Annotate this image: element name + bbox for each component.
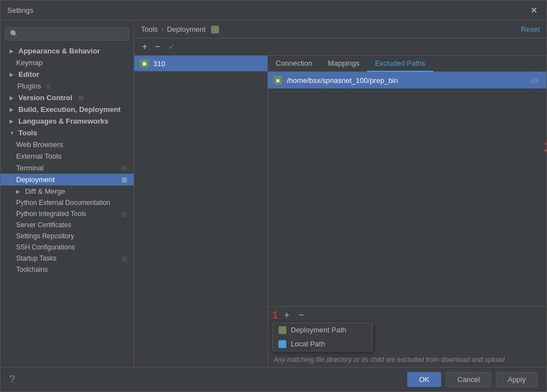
sidebar-item-label: Settings Repository [16,232,74,240]
sidebar-item-label: Appearance & Behavior [18,47,100,55]
remove-path-button[interactable]: − [295,309,308,321]
sidebar-item-keymap[interactable]: Keymap [1,57,134,68]
help-button[interactable]: ? [9,374,15,385]
sidebar-item-deployment[interactable]: Deployment ▦ [1,174,134,185]
arrow-icon: ▶ [9,119,15,124]
tab-connection[interactable]: Connection [268,56,320,72]
sidebar-item-build[interactable]: ▶ Build, Execution, Deployment [1,104,134,115]
sidebar-item-settings-repo[interactable]: Settings Repository [1,231,134,242]
sidebar-item-web-browsers[interactable]: Web Browsers [1,139,134,150]
sidebar-item-label: Server Certificates [16,221,71,229]
breadcrumb: Tools › Deployment [141,25,219,33]
deployment-path-icon [279,326,286,334]
sidebar-item-label: Editor [18,70,40,79]
sidebar-item-label: Languages & Frameworks [18,117,109,125]
gear-icon [211,26,219,33]
sidebar-item-label: Python Integrated Tools [16,210,86,218]
arrow-icon: ▶ [9,95,15,101]
arrow-icon: ▶ [16,189,22,194]
server-list: ▣ 310 [134,56,268,367]
grid-icon4: ▦ [121,176,127,183]
arrow-down-icon: ▼ [9,130,15,136]
paths-area: ▣ /home/bsx/spnasnet_100/prep_bin 🗁 3 [268,72,546,306]
sidebar-item-label: Tools [18,129,37,137]
local-path-icon [279,340,286,348]
search-input[interactable] [5,27,129,41]
sidebar-item-label: Keymap [16,58,43,67]
dialog-body: ▶ Appearance & Behavior Keymap ▶ Editor … [1,21,546,367]
cancel-button[interactable]: Cancel [446,372,491,387]
sidebar-item-label: Python External Documentation [16,199,110,207]
sidebar-item-label: Version Control [18,94,72,102]
sidebar-item-terminal[interactable]: Terminal ▦ [1,162,134,174]
tabs: Connection Mappings Excluded Paths [268,56,546,72]
add-server-button[interactable]: + [139,41,150,53]
sidebar-item-startup-tasks[interactable]: Startup Tasks ▦ [1,253,134,264]
path-icon: ▣ [274,76,282,85]
sidebar-item-plugins[interactable]: Plugins ▦ [1,80,134,92]
tab-mappings[interactable]: Mappings [320,56,367,72]
sidebar-item-label: Toolchains [16,266,48,273]
sidebar-item-label: Build, Execution, Deployment [18,105,120,114]
main-content: Tools › Deployment Reset + − ✓ ▣ [134,21,546,367]
sidebar-item-label: Startup Tasks [16,254,56,262]
sidebar: ▶ Appearance & Behavior Keymap ▶ Editor … [1,21,134,367]
apply-button[interactable]: Apply [496,372,538,387]
sidebar-item-tools[interactable]: ▼ Tools [1,127,134,139]
sidebar-item-label: Plugins [17,82,41,90]
hint-text: Any matching file,directory or its child… [268,354,546,367]
dialog-title: Settings [7,6,33,14]
title-bar: Settings ✕ [1,1,546,21]
breadcrumb-arrow: › [161,25,163,33]
sidebar-item-label: Diff & Merge [25,187,65,195]
sidebar-item-appearance[interactable]: ▶ Appearance & Behavior [1,45,134,57]
right-panel: Connection Mappings Excluded Paths [268,56,546,367]
dropdown-item-deployment-path[interactable]: Deployment Path [273,323,372,337]
sidebar-item-version-control[interactable]: ▶ Version Control ▦ [1,92,134,104]
dropdown-item-local-path[interactable]: Local Path [273,337,372,351]
sidebar-item-languages[interactable]: ▶ Languages & Frameworks [1,115,134,127]
tab-excluded-paths[interactable]: Excluded Paths [367,56,433,72]
annotation-3-label: 3 [544,139,546,156]
close-button[interactable]: ✕ [528,5,540,16]
add-path-dropdown: Deployment Path Local Path [272,322,373,351]
reset-button[interactable]: Reset [521,25,540,33]
browse-folder-button[interactable]: 🗁 [529,75,541,86]
grid-icon: ▦ [46,82,51,90]
server-item[interactable]: ▣ 310 [134,56,267,71]
grid-icon5: ▦ [121,210,127,218]
sidebar-item-external-tools[interactable]: External Tools [1,150,134,162]
content-area: ▣ 310 Connection Mappings [134,56,546,367]
sidebar-item-server-certs[interactable]: Server Certificates [1,219,134,231]
arrow-icon: ▶ [9,72,15,77]
sidebar-item-diff-merge[interactable]: ▶ Diff & Merge [1,185,134,197]
sidebar-item-editor[interactable]: ▶ Editor [1,68,134,80]
bottom-toolbar: 1 + − 2 [268,307,546,324]
settings-dialog: Settings ✕ ▶ Appearance & Behavior Keyma… [0,0,547,392]
check-button[interactable]: ✓ [165,41,178,52]
grid-icon6: ▦ [121,255,127,262]
dropdown-item-label: Deployment Path [291,326,346,334]
server-toolbar: + − ✓ [134,38,546,56]
grid-icon3: ▦ [121,164,127,171]
sidebar-item-label: Deployment [16,175,55,184]
dropdown-item-label: Local Path [291,340,325,348]
sidebar-item-ssh-config[interactable]: SSH Configurations [1,242,134,253]
sidebar-item-label: Terminal [16,164,43,172]
sidebar-item-python-ext-doc[interactable]: Python External Documentation [1,197,134,208]
add-path-button[interactable]: + [280,309,294,321]
path-text: /home/bsx/spnasnet_100/prep_bin [287,76,524,85]
breadcrumb-root: Tools [141,25,158,33]
server-name: 310 [153,60,165,68]
sidebar-item-label: External Tools [16,152,61,160]
sidebar-item-toolchains[interactable]: Toolchains [1,264,134,275]
main-header: Tools › Deployment Reset [134,21,546,38]
sidebar-item-python-integrated[interactable]: Python Integrated Tools ▦ [1,208,134,219]
server-icon: ▣ [140,59,149,68]
remove-server-button[interactable]: − [152,41,163,53]
dialog-footer: ? OK Cancel Apply [1,367,546,391]
sidebar-item-label: SSH Configurations [16,243,75,251]
ok-button[interactable]: OK [407,372,441,387]
path-row[interactable]: ▣ /home/bsx/spnasnet_100/prep_bin 🗁 [268,72,546,89]
grid-icon2: ▦ [78,94,84,101]
